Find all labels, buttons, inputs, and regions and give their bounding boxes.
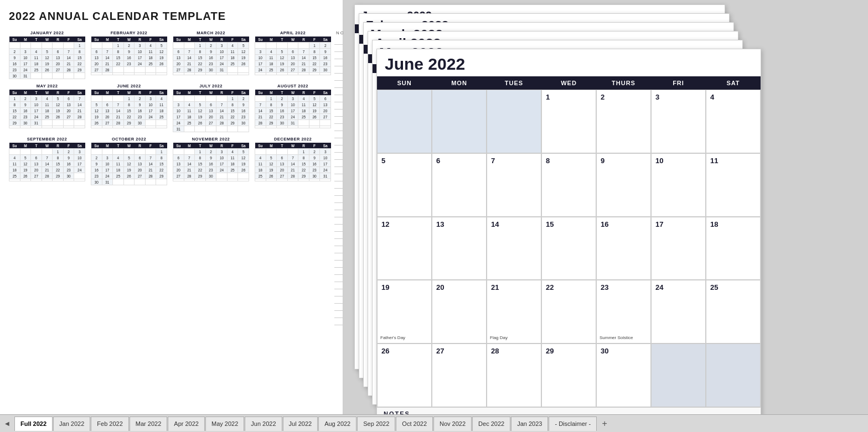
june-day-cell: 28 (487, 343, 541, 407)
june-day-cell (706, 343, 761, 407)
june-day-cell: 5 (377, 153, 432, 217)
june-day-cell: 11 (706, 153, 761, 217)
tab-jan-2022[interactable]: Jan 2022 (53, 417, 90, 431)
mini-month-4: APRIL 2022SuMTWRFSa123456789101112131415… (255, 30, 331, 79)
tab-dec-2022[interactable]: Dec 2022 (472, 417, 510, 431)
june-day-cell: 26 (377, 343, 432, 407)
june-day-cell: 20 (432, 280, 487, 343)
tab-mar-2022[interactable]: Mar 2022 (130, 417, 167, 431)
tab-jun-2022[interactable]: Jun 2022 (245, 417, 282, 431)
left-panel: 2022 ANNUAL CALENDAR TEMPLATE JANUARY 20… (0, 0, 343, 414)
june-day-cell: 2 (596, 90, 651, 153)
mini-month-9: SEPTEMBER 2022SuMTWRFSa12345678910111213… (9, 137, 85, 185)
tab-may-2022[interactable]: May 2022 (205, 417, 244, 431)
june-day-cell: 12 (377, 217, 432, 280)
june-day-cell: 8 (541, 153, 596, 217)
right-panel: January 2022SUNMONTUESWEDTHURSFRISATFebr… (343, 0, 868, 414)
page-title: 2022 ANNUAL CALENDAR TEMPLATE (9, 10, 334, 23)
tab-full-2022[interactable]: Full 2022 (14, 417, 53, 431)
june-day-cell: 7 (487, 153, 541, 217)
bottom-tabs: ◀ Full 2022Jan 2022Feb 2022Mar 2022Apr 2… (0, 414, 868, 432)
tab-feb-2022[interactable]: Feb 2022 (91, 417, 128, 431)
june-day-cell: 30 (596, 343, 651, 407)
june-day-cell: 19Father's Day (377, 280, 432, 343)
june-day-cell: 1 (541, 90, 596, 153)
mini-month-2: FEBRUARY 2022SuMTWRFSa123456789101112131… (91, 30, 167, 79)
june-day-cell: 21Flag Day (487, 280, 541, 343)
tab---disclaimer--[interactable]: - Disclaimer - (549, 417, 597, 431)
june-day-cell: 24 (651, 280, 706, 343)
tab-nov-2022[interactable]: Nov 2022 (433, 417, 472, 431)
mini-month-1: JANUARY 2022SuMTWRFSa1234567891011121314… (9, 30, 85, 79)
june-day-cell: 27 (432, 343, 487, 407)
june-day-cell: 13 (432, 217, 487, 280)
months-grid: JANUARY 2022SuMTWRFSa1234567891011121314… (9, 30, 331, 185)
tab-jan-2023[interactable]: Jan 2023 (511, 417, 548, 431)
june-day-cell (377, 90, 432, 153)
mini-month-3: MARCH 2022SuMTWRFSa123456789101112131415… (173, 30, 249, 79)
tab-aug-2022[interactable]: Aug 2022 (318, 417, 356, 431)
june-day-cell: 22 (541, 280, 596, 343)
tab-jul-2022[interactable]: Jul 2022 (283, 417, 318, 431)
june-day-cell: 29 (541, 343, 596, 407)
june-day-cell: 16 (596, 217, 651, 280)
june-day-cell: 25 (706, 280, 761, 343)
june-day-cell: 4 (706, 90, 761, 153)
mini-month-8: AUGUST 2022SuMTWRFSa12345678910111213141… (255, 84, 331, 132)
june-day-cell (651, 343, 706, 407)
mini-month-10: OCTOBER 2022SuMTWRFSa1234567891011121314… (91, 137, 167, 185)
tab-oct-2022[interactable]: Oct 2022 (396, 417, 433, 431)
june-day-cell: 18 (706, 217, 761, 280)
june-day-cell (487, 90, 541, 153)
tab-apr-2022[interactable]: Apr 2022 (168, 417, 205, 431)
june-day-cell: 23Summer Solstice (596, 280, 651, 343)
june-day-cell: 10 (651, 153, 706, 217)
mini-month-6: JUNE 2022SuMTWRFSa1234567891011121314151… (91, 84, 167, 132)
tab-sep-2022[interactable]: Sep 2022 (357, 417, 395, 431)
june-day-cell: 15 (541, 217, 596, 280)
mini-month-12: DECEMBER 2022SuMTWRFSa123456789101112131… (255, 137, 331, 185)
june-day-cell: 9 (596, 153, 651, 217)
tab-scroll-left[interactable]: ◀ (2, 419, 12, 429)
mini-month-5: MAY 2022SuMTWRFSa12345678910111213141516… (9, 84, 85, 132)
june-day-cell (432, 90, 487, 153)
june-day-cell: 6 (432, 153, 487, 217)
june-card: June 2022SUNMONTUESWEDTHURSFRISAT1234567… (376, 49, 761, 414)
june-day-cell: 14 (487, 217, 541, 280)
mini-month-11: NOVEMBER 2022SuMTWRFSa123456789101112131… (173, 137, 249, 185)
tab-add[interactable]: + (598, 418, 611, 430)
mini-month-7: JULY 2022SuMTWRFSa1234567891011121314151… (173, 84, 249, 132)
june-day-cell: 17 (651, 217, 706, 280)
june-day-cell: 3 (651, 90, 706, 153)
stacked-months: January 2022SUNMONTUESWEDTHURSFRISATFebr… (343, 0, 868, 414)
